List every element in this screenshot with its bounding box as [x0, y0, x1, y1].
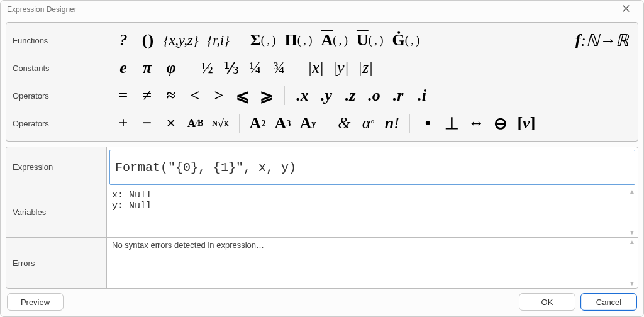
footer: Preview OK Cancel [1, 291, 643, 316]
func-fn-n-r[interactable]: f:ℕ→ℝ [573, 30, 631, 51]
op-dot-z[interactable]: .z [340, 85, 360, 106]
close-icon [623, 5, 630, 14]
op-a-pow-y[interactable]: Ay [297, 113, 318, 134]
separator [326, 114, 326, 133]
panel-label-expression: Expression [6, 147, 107, 187]
op-factorial[interactable]: n! [382, 113, 402, 134]
func-parens[interactable]: ( ) [137, 30, 157, 51]
panel-body-errors: No syntax errors detected in expression…… [107, 238, 638, 288]
op-lt[interactable]: < [185, 85, 205, 106]
const-half[interactable]: ½ [197, 57, 217, 79]
op-neq[interactable]: ≠ [137, 85, 157, 106]
scroll-up-icon[interactable]: ▲ [628, 239, 636, 245]
op-frac-ab[interactable]: A⁄B [185, 113, 206, 134]
const-phi[interactable]: φ [161, 57, 181, 79]
op-a-squared[interactable]: A2 [247, 113, 269, 134]
scroll-down-icon[interactable]: ▼ [628, 230, 636, 236]
func-sigma[interactable]: Σ( , ) [248, 30, 279, 51]
ribbon-row-operators-arith: Operators + − × A⁄B N√K A2 A3 Ay & α° n!… [13, 109, 631, 137]
panel-label-variables: Variables [6, 187, 107, 237]
op-ominus[interactable]: ⊖ [491, 113, 511, 134]
const-threeq[interactable]: ¾ [269, 57, 289, 79]
window-title: Expression Designer [7, 5, 77, 14]
op-dot-r[interactable]: .r [388, 85, 408, 106]
scroll-indicators: ▲ ▼ [628, 238, 636, 288]
func-g-dot[interactable]: Ġ( , ) [389, 30, 422, 51]
scroll-down-icon[interactable]: ▼ [628, 281, 636, 287]
op-alpha-deg[interactable]: α° [358, 113, 378, 134]
op-a-cubed[interactable]: A3 [272, 113, 294, 134]
ribbon-label-constants: Constants [13, 64, 113, 73]
op-bidir[interactable]: ↔ [465, 113, 487, 134]
ribbon-palette: Functions ? ( ) {x,y,z} {r,i} Σ( , ) Π( … [6, 22, 638, 142]
op-ge[interactable]: ⩾ [257, 85, 277, 106]
op-dot-product[interactable]: • [418, 113, 438, 134]
panel-errors: Errors No syntax errors detected in expr… [6, 238, 638, 288]
scroll-up-icon[interactable]: ▲ [628, 189, 636, 195]
cancel-button[interactable]: Cancel [580, 293, 637, 311]
op-amp[interactable]: & [334, 113, 354, 134]
panel-body-variables: x: Null y: Null ▲ ▼ [107, 187, 638, 237]
separator [284, 86, 285, 105]
op-eq[interactable]: = [113, 85, 133, 106]
panel-label-errors: Errors [6, 238, 107, 288]
func-set-ri[interactable]: {r,i} [204, 30, 231, 51]
func-set-xyz[interactable]: {x,y,z} [161, 30, 201, 51]
op-minus[interactable]: − [137, 113, 157, 134]
op-root-nk[interactable]: N√K [209, 113, 231, 134]
const-abs-x[interactable]: |x| [305, 57, 326, 79]
panel-variables: Variables x: Null y: Null ▲ ▼ [6, 187, 638, 238]
separator [297, 58, 297, 77]
ribbon-row-operators-compare: Operators = ≠ ≈ < > ⩽ ⩾ .x .y .z .o .r .… [13, 82, 631, 109]
content-panels: Expression Format("{0}, {1}", x, y) Vari… [6, 147, 638, 289]
separator [239, 114, 240, 133]
scroll-indicators: ▲ ▼ [628, 187, 636, 237]
titlebar: Expression Designer [1, 1, 643, 18]
ribbon-row-functions: Functions ? ( ) {x,y,z} {r,i} Σ( , ) Π( … [13, 26, 631, 54]
ok-button[interactable]: OK [519, 293, 575, 311]
ribbon-label-operators2: Operators [13, 119, 113, 128]
expression-input[interactable]: Format("{0}, {1}", x, y) [109, 150, 635, 185]
op-dot-y[interactable]: .y [316, 85, 336, 106]
const-quarter[interactable]: ¼ [245, 57, 265, 79]
func-pi-product[interactable]: Π( , ) [282, 30, 315, 51]
const-abs-y[interactable]: |y| [330, 57, 352, 79]
separator [240, 31, 240, 50]
op-perp[interactable]: ⊥ [441, 113, 462, 134]
ribbon-label-functions: Functions [13, 36, 113, 45]
func-u-bar[interactable]: U( , ) [354, 30, 386, 51]
op-le[interactable]: ⩽ [233, 85, 253, 106]
separator [409, 114, 410, 133]
op-gt[interactable]: > [209, 85, 229, 106]
errors-text: No syntax errors detected in expression… [107, 238, 638, 252]
variables-text: x: Null y: Null [107, 187, 638, 214]
help-icon: ? [119, 31, 128, 49]
op-bracket-v[interactable]: [v] [514, 113, 538, 134]
op-plus[interactable]: + [113, 113, 133, 134]
panel-expression: Expression Format("{0}, {1}", x, y) [6, 147, 638, 187]
const-pi[interactable]: π [137, 57, 157, 79]
preview-button[interactable]: Preview [7, 293, 64, 311]
const-third[interactable]: ⅓ [221, 57, 242, 79]
const-abs-z[interactable]: |z| [355, 57, 375, 79]
close-button[interactable] [613, 1, 638, 18]
op-approx[interactable]: ≈ [161, 85, 181, 106]
func-a-bar[interactable]: A( , ) [318, 30, 350, 51]
func-help[interactable]: ? [113, 30, 133, 51]
panel-body-expression: Format("{0}, {1}", x, y) [107, 147, 638, 187]
ribbon-label-operators1: Operators [13, 91, 113, 101]
op-times[interactable]: × [161, 113, 181, 134]
separator [189, 58, 189, 77]
op-dot-x[interactable]: .x [292, 85, 313, 106]
op-dot-i[interactable]: .i [412, 85, 432, 106]
op-dot-o[interactable]: .o [364, 85, 384, 106]
expression-designer-window: Expression Designer Functions ? ( ) {x,y… [0, 0, 644, 317]
const-e[interactable]: e [113, 57, 133, 79]
ribbon-row-constants: Constants e π φ ½ ⅓ ¼ ¾ |x| |y| |z| [13, 54, 631, 82]
